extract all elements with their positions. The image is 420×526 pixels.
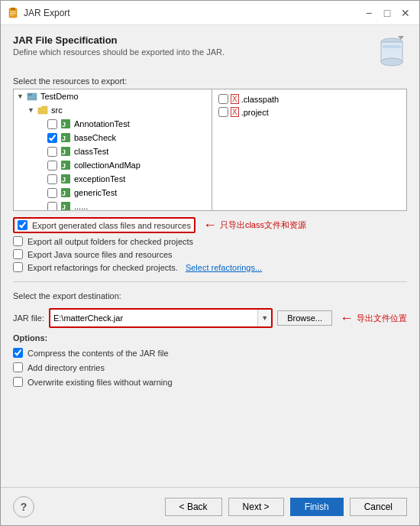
jar-dropdown-button[interactable]: ▼: [257, 310, 271, 326]
svg-text:J: J: [62, 135, 66, 142]
list-item[interactable]: X .project: [215, 106, 403, 119]
export-refactorings-checkbox[interactable]: [13, 262, 23, 272]
svg-text:J: J: [62, 203, 66, 210]
export-class-files-label: Export generated class files and resourc…: [32, 221, 191, 230]
class-icon: J: [60, 173, 72, 185]
overwrite-checkbox[interactable]: [13, 377, 23, 387]
list-item[interactable]: J baseCheck: [14, 131, 212, 144]
tree-item-label: genericTest: [74, 188, 117, 197]
overwrite-label: Overwrite existing files without warning: [27, 378, 173, 387]
class-icon: J: [60, 132, 72, 144]
class-icon: J: [60, 200, 72, 210]
header-text: JAR File Specification Define which reso…: [13, 34, 370, 57]
compress-option-row: Compress the contents of the JAR file: [13, 348, 407, 358]
tree-item-label: TestDemo: [40, 92, 79, 101]
arrow-right-icon: ←: [203, 217, 217, 233]
tree-item-checkbox[interactable]: [47, 147, 57, 157]
export-class-files-checkbox[interactable]: [18, 220, 27, 230]
compress-label: Compress the contents of the JAR file: [27, 349, 169, 358]
dialog-content: JAR File Specification Define which reso…: [1, 25, 419, 487]
resources-panel: ▼ TestDemo ▼ src: [13, 89, 407, 211]
svg-text:J: J: [62, 162, 66, 170]
export-refactorings-label: Export refactorings for checked projects…: [27, 263, 178, 272]
compress-checkbox[interactable]: [13, 348, 23, 358]
options-heading: Options:: [13, 333, 47, 343]
jar-icon: [376, 34, 407, 70]
next-button[interactable]: Next >: [228, 498, 284, 516]
export-options-section: Export generated class files and resourc…: [13, 217, 407, 272]
annotation-2: ← 导出文件位置: [340, 310, 407, 326]
jar-file-input-wrap: ▼: [49, 308, 273, 328]
list-item[interactable]: J classTest: [14, 144, 212, 158]
list-item[interactable]: ▼ src: [14, 103, 212, 117]
right-item-checkbox[interactable]: [218, 107, 228, 117]
class-icon: J: [60, 145, 72, 157]
jar-file-row: JAR file: ▼ Browse...: [13, 308, 332, 328]
tree-item-checkbox[interactable]: [47, 202, 57, 211]
svg-rect-11: [27, 93, 32, 96]
header-section: JAR File Specification Define which reso…: [13, 34, 407, 70]
right-item-label: .project: [241, 108, 269, 117]
project-icon: [26, 90, 38, 102]
svg-text:J: J: [62, 121, 66, 128]
export-output-folders-checkbox[interactable]: [13, 236, 23, 246]
export-java-source-checkbox[interactable]: [13, 249, 23, 259]
tree-item-label: classTest: [74, 147, 108, 156]
svg-rect-2: [10, 11, 16, 12]
resources-section: Select the resources to export: ▼ TestDe…: [13, 76, 407, 211]
file-type-icon: X: [231, 94, 239, 104]
maximize-button[interactable]: □: [380, 5, 395, 21]
folder-icon: [37, 104, 49, 116]
destination-section: Select the export destination: JAR file:…: [13, 291, 407, 387]
close-button[interactable]: ✕: [398, 5, 413, 21]
list-item[interactable]: J AnnotationTest: [14, 117, 212, 131]
export-class-files-row: Export generated class files and resourc…: [13, 217, 195, 233]
directory-option-row: Add directory entries: [13, 362, 407, 372]
right-item-checkbox[interactable]: [218, 94, 228, 104]
tree-item-checkbox[interactable]: [47, 188, 57, 198]
tree-item-checkbox[interactable]: [47, 161, 57, 170]
list-item[interactable]: J genericTest: [14, 186, 212, 200]
browse-button[interactable]: Browse...: [277, 310, 332, 326]
annotation-text-2: 导出文件位置: [357, 313, 407, 324]
class-icon: J: [60, 118, 72, 130]
list-item[interactable]: J exceptionTest: [14, 172, 212, 186]
select-refactorings-link[interactable]: Select refactorings...: [186, 263, 262, 272]
page-title: JAR File Specification: [13, 34, 370, 46]
class-icon: J: [60, 159, 72, 171]
jar-export-window: JAR Export − □ ✕ JAR File Specification …: [0, 0, 420, 526]
list-item[interactable]: J ......: [14, 200, 212, 210]
cancel-button[interactable]: Cancel: [350, 498, 407, 516]
directory-label: Add directory entries: [27, 363, 105, 372]
file-type-icon: X: [231, 107, 239, 117]
tree-panel[interactable]: ▼ TestDemo ▼ src: [14, 89, 212, 210]
svg-rect-8: [383, 45, 401, 48]
back-button[interactable]: < Back: [165, 498, 222, 516]
export-java-source-label: Export Java source files and resources: [27, 250, 173, 259]
svg-rect-3: [10, 13, 16, 14]
chevron-down-icon: ▼: [17, 93, 24, 100]
export-output-folders-label: Export all output folders for checked pr…: [27, 237, 193, 246]
jar-file-input[interactable]: [50, 312, 257, 324]
svg-text:J: J: [62, 148, 66, 156]
separator: [13, 281, 407, 282]
tree-item-label: baseCheck: [74, 133, 116, 142]
tree-item-checkbox[interactable]: [47, 133, 57, 143]
annotation-1: ← 只导出class文件和资源: [203, 217, 306, 233]
bottom-bar: ? < Back Next > Finish Cancel: [1, 487, 419, 525]
tree-item-checkbox[interactable]: [47, 119, 57, 129]
list-item[interactable]: J collectionAndMap: [14, 158, 212, 172]
title-bar: JAR Export − □ ✕: [1, 1, 419, 25]
export-output-folders-row: Export all output folders for checked pr…: [13, 236, 407, 246]
options-label: Options:: [13, 333, 407, 343]
list-item[interactable]: X .classpath: [215, 93, 403, 106]
help-button[interactable]: ?: [13, 496, 34, 518]
annotation-text-1: 只导出class文件和资源: [220, 219, 306, 231]
directory-checkbox[interactable]: [13, 362, 23, 372]
minimize-button[interactable]: −: [361, 5, 376, 21]
export-java-source-row: Export Java source files and resources: [13, 249, 407, 259]
finish-button[interactable]: Finish: [290, 498, 344, 516]
window-icon: [7, 7, 19, 19]
list-item[interactable]: ▼ TestDemo: [14, 89, 212, 103]
tree-item-checkbox[interactable]: [47, 174, 57, 184]
